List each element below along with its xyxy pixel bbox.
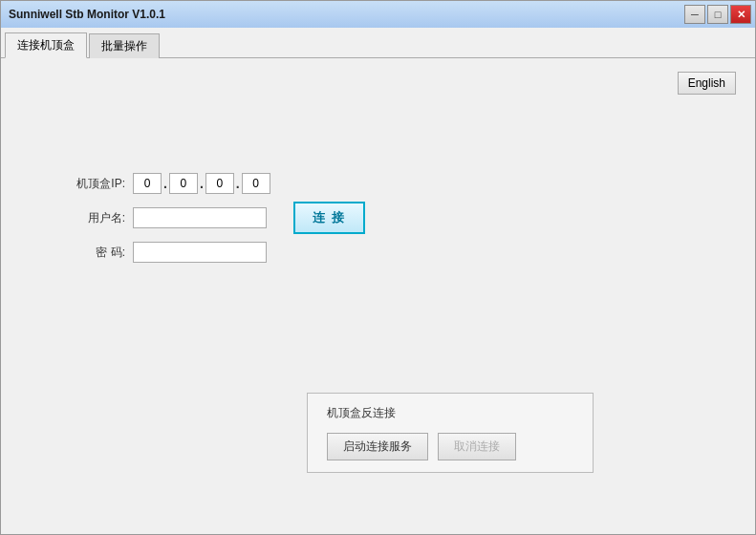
tab-batch[interactable]: 批量操作 (89, 33, 160, 58)
username-label: 用户名: (58, 210, 125, 226)
maximize-button[interactable]: □ (707, 5, 728, 24)
tab-connect-label: 连接机顶盒 (17, 38, 75, 52)
ip-dot-3: . (236, 176, 240, 191)
title-bar: Sunniwell Stb Monitor V1.0.1 ─ □ ✕ (1, 1, 755, 28)
ip-row: 机顶盒IP: . . . (58, 173, 270, 194)
ip-dot-2: . (200, 176, 204, 191)
minimize-button[interactable]: ─ (684, 5, 705, 24)
main-window: Sunniwell Stb Monitor V1.0.1 ─ □ ✕ 连接机顶盒… (0, 0, 756, 535)
password-row: 密 码: (58, 242, 270, 263)
reverse-buttons: 启动连接服务 取消连接 (327, 433, 573, 460)
ip-segment-4[interactable] (242, 173, 270, 194)
ip-label: 机顶盒IP: (58, 176, 125, 192)
tab-bar: 连接机顶盒 批量操作 (1, 28, 755, 58)
window-title: Sunniwell Stb Monitor V1.0.1 (9, 8, 165, 21)
content-area: English 机顶盒IP: . . . (1, 58, 755, 534)
ip-segment-1[interactable] (133, 173, 162, 194)
ip-segment-3[interactable] (205, 173, 234, 194)
tab-batch-label: 批量操作 (101, 39, 147, 53)
form-fields: 机顶盒IP: . . . 用户名: (58, 173, 270, 263)
username-input[interactable] (133, 207, 267, 228)
close-button[interactable]: ✕ (730, 5, 751, 24)
ip-dot-1: . (163, 176, 167, 191)
reverse-section-title: 机顶盒反连接 (327, 405, 573, 421)
cancel-connection-button[interactable]: 取消连接 (438, 433, 516, 460)
password-input[interactable] (133, 242, 267, 263)
tab-connect[interactable]: 连接机顶盒 (5, 32, 87, 58)
connect-button[interactable]: 连 接 (293, 202, 366, 234)
english-button[interactable]: English (678, 72, 736, 95)
minimize-icon: ─ (691, 9, 699, 20)
reverse-connection-section: 机顶盒反连接 启动连接服务 取消连接 (307, 393, 594, 473)
ip-input-group: . . . (133, 173, 270, 194)
password-label: 密 码: (58, 245, 125, 261)
ip-segment-2[interactable] (169, 173, 198, 194)
start-connection-button[interactable]: 启动连接服务 (327, 433, 428, 460)
title-bar-controls: ─ □ ✕ (684, 5, 751, 24)
close-icon: ✕ (737, 9, 745, 21)
maximize-icon: □ (715, 9, 722, 20)
username-row: 用户名: (58, 207, 270, 228)
